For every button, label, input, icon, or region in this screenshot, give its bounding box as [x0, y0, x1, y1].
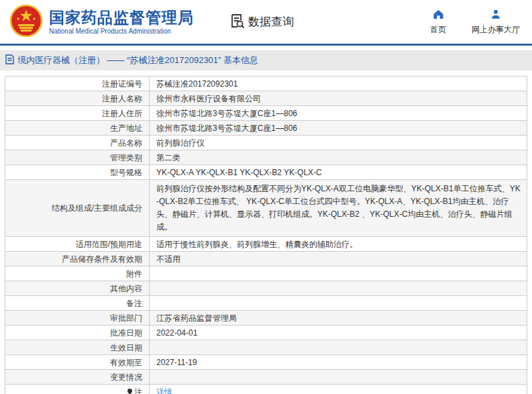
table-row: 注 详情 [5, 385, 527, 394]
home-icon [433, 9, 444, 22]
nav-online-hall[interactable]: 网上办事大厅 [472, 9, 520, 36]
nav-home-label: 首页 [430, 24, 446, 36]
registration-info-table: 注册证编号 苏械注准20172092301 注册人名称 徐州市永科医疗设备有限公… [5, 76, 527, 394]
table-row: 有效期至 2027-11-19 [5, 355, 527, 370]
national-emblem-icon [9, 4, 43, 40]
row-label: 生产地址 [5, 121, 150, 136]
row-label: 注册证编号 [5, 77, 150, 91]
table-row: 变更情况 [5, 370, 527, 385]
row-label: 其他内容 [5, 281, 150, 296]
page-header: 国家药品监督管理局 National Medical Products Admi… [0, 0, 532, 46]
row-label: 审批部门 [5, 311, 150, 326]
table-row: 产品名称 前列腺治疗仪 [5, 136, 527, 150]
row-value [150, 370, 527, 385]
row-label: 有效期至 [5, 355, 150, 370]
row-value: 适用于慢性前列腺炎、前列腺增生、精囊炎的辅助治疗。 [150, 237, 527, 252]
person-icon [490, 9, 501, 22]
table-row: 批准日期 2022-04-01 [5, 326, 527, 340]
table-row: 管理类别 第二类 [5, 150, 527, 165]
table-row: 型号规格 YK-QLX-A YK-QLX-B1 YK-QLX-B2 YK-QLX… [5, 165, 527, 180]
table-row: 产品储存条件及有效期 不适用 [5, 252, 527, 266]
document-icon [5, 54, 14, 67]
row-value: 前列腺治疗仪 [150, 136, 527, 150]
document-search-icon [229, 13, 245, 32]
row-value: 第二类 [150, 150, 527, 165]
row-value [150, 266, 527, 281]
nav-online-hall-label: 网上办事大厅 [472, 24, 520, 36]
table-row: 生产地址 徐州市苏堤北路3号苏堤大厦C座1—806 [5, 121, 527, 136]
row-value: YK-QLX-A YK-QLX-B1 YK-QLX-B2 YK-QLX-C [150, 165, 527, 180]
table-row: 其他内容 [5, 281, 527, 296]
row-label: 产品名称 [5, 136, 150, 150]
row-value: 2027-11-19 [150, 355, 527, 370]
row-label: 批准日期 [5, 326, 150, 340]
row-label: 适用范围/预期用途 [5, 237, 150, 252]
table-row: 生效日期 [5, 340, 527, 355]
info-table-body: 注册证编号 苏械注准20172092301 注册人名称 徐州市永科医疗设备有限公… [5, 77, 527, 394]
row-value: 前列腺治疗仪按外形结构及配置不同分为YK-QLX-A双工位电脑豪华型、YK-QL… [150, 180, 527, 237]
row-value: 江苏省药品监督管理局 [150, 311, 527, 326]
row-value [150, 340, 527, 355]
row-value: 2022-04-01 [150, 326, 527, 340]
note-bulb-icon [127, 389, 132, 394]
row-label: 生效日期 [5, 340, 150, 355]
row-label: 注册人名称 [5, 91, 150, 106]
nmpa-logo[interactable]: 国家药品监督管理局 National Medical Products Admi… [9, 4, 194, 40]
details-link[interactable]: 详情 [156, 387, 172, 394]
row-label: 备注 [5, 296, 150, 311]
row-label: 结构及组成/主要组成成分 [5, 180, 150, 237]
row-value: 徐州市苏堤北路3号苏堤大厦C座1—806 [150, 121, 527, 136]
row-label: 产品储存条件及有效期 [5, 252, 150, 266]
table-row: 附件 [5, 266, 527, 281]
table-row: 注册人名称 徐州市永科医疗设备有限公司 [5, 91, 527, 106]
row-label: 注册人住所 [5, 106, 150, 121]
table-row: 审批部门 江苏省药品监督管理局 [5, 311, 527, 326]
row-value: 苏械注准20172092301 [150, 77, 527, 91]
nav-home[interactable]: 首页 [430, 9, 446, 36]
table-row: 注册证编号 苏械注准20172092301 [5, 77, 527, 91]
org-title: 国家药品监督管理局 [49, 9, 194, 26]
org-subtitle: National Medical Products Administration [49, 28, 194, 35]
row-value [150, 296, 527, 311]
breadcrumb: 境内医疗器械（注册） —— “苏械注准20172092301” 基本信息 [0, 50, 532, 70]
breadcrumb-text: 境内医疗器械（注册） —— “苏械注准20172092301” 基本信息 [17, 54, 258, 66]
table-row: 结构及组成/主要组成成分 前列腺治疗仪按外形结构及配置不同分为YK-QLX-A双… [5, 180, 527, 237]
table-row: 注册人住所 徐州市苏堤北路3号苏堤大厦C座1—806 [5, 106, 527, 121]
row-label: 注 [5, 385, 150, 394]
row-label: 型号规格 [5, 165, 150, 180]
row-value: 详情 [150, 385, 527, 394]
row-value: 徐州市永科医疗设备有限公司 [150, 91, 527, 106]
table-row: 备注 [5, 296, 527, 311]
row-label: 附件 [5, 266, 150, 281]
row-label: 变更情况 [5, 370, 150, 385]
row-value: 不适用 [150, 252, 527, 266]
data-query-tab[interactable]: 数据查询 [229, 13, 294, 32]
row-label: 管理类别 [5, 150, 150, 165]
row-value [150, 281, 527, 296]
row-value: 徐州市苏堤北路3号苏堤大厦C座1—806 [150, 106, 527, 121]
data-query-label: 数据查询 [248, 14, 294, 30]
table-row: 适用范围/预期用途 适用于慢性前列腺炎、前列腺增生、精囊炎的辅助治疗。 [5, 237, 527, 252]
